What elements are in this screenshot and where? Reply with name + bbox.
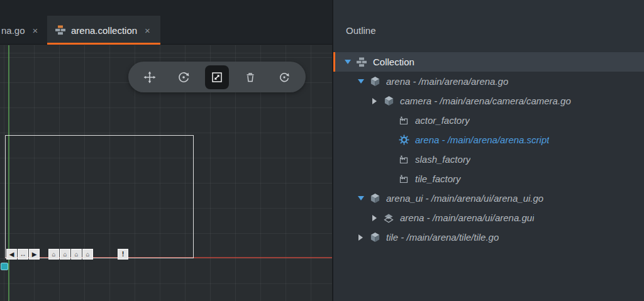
game-object-cube-icon <box>369 232 380 243</box>
nav-horizontal-marker[interactable]: ↔ <box>18 249 28 260</box>
game-object-cube-icon <box>369 76 380 87</box>
game-object-cube-icon <box>383 96 394 107</box>
collection-icon <box>55 25 66 35</box>
outline-item-tile-factory[interactable]: tile_factory <box>333 169 644 189</box>
outline-item-label: tile_factory <box>415 173 461 184</box>
active-tab-indicator <box>47 43 160 45</box>
outline-item-label: Collection <box>373 57 414 67</box>
display-bounds-rect <box>5 135 194 258</box>
chevron-right-icon[interactable] <box>370 214 379 222</box>
outline-item-camera-go[interactable]: camera - /main/arena/camera/camera.go <box>333 91 644 111</box>
nav-left-marker[interactable]: ◀ <box>6 249 17 260</box>
delete-tool-button[interactable] <box>238 65 262 89</box>
trash-icon <box>244 71 257 84</box>
tab-label: na.go <box>1 25 25 36</box>
outline-item-label: camera - /main/arena/camera/camera.go <box>400 96 571 106</box>
close-icon[interactable]: × <box>145 26 150 35</box>
tab-arena-go[interactable]: na.go × <box>0 16 44 45</box>
scale-icon <box>211 71 223 84</box>
outline-tree: Collection arena - /main/arena/arena.go <box>333 52 644 247</box>
editor-tab-bar: na.go × arena.collection × <box>0 0 332 45</box>
gui-layers-icon <box>383 212 394 224</box>
outline-item-actor-factory[interactable]: actor_factory <box>333 111 644 130</box>
outline-item-arena-gui[interactable]: arena - /main/arena/ui/arena.gui <box>333 208 644 227</box>
outline-item-label: actor_factory <box>415 115 470 126</box>
refresh-icon <box>278 71 291 84</box>
factory-icon <box>398 173 409 185</box>
outline-item-label: arena - /main/arena/ui/arena.gui <box>400 212 534 223</box>
outline-item-tile-go[interactable]: tile - /main/arena/tile/tile.go <box>333 227 644 247</box>
factory-marker[interactable]: ⌂ <box>48 249 59 260</box>
factory-marker[interactable]: ⌂ <box>60 249 70 260</box>
defold-editor-window: na.go × arena.collection × <box>0 0 644 301</box>
tab-label: arena.collection <box>71 25 137 36</box>
close-icon[interactable]: × <box>33 26 38 35</box>
outline-item-label: slash_factory <box>415 154 470 165</box>
refresh-tool-button[interactable] <box>272 65 296 89</box>
game-object-cube-icon <box>369 193 380 204</box>
scene-editor-pane: na.go × arena.collection × <box>0 0 332 301</box>
outline-item-slash-factory[interactable]: slash_factory <box>333 150 644 169</box>
outline-item-label: arena_ui - /main/arena/ui/arena_ui.go <box>386 193 543 204</box>
chevron-down-icon[interactable] <box>357 78 365 85</box>
scene-object-markers: ◀ ↔ ▶ ⌂ ⌂ ⌂ ⌂ ! <box>6 249 129 260</box>
nav-right-marker[interactable]: ▶ <box>29 249 40 260</box>
tab-arena-collection[interactable]: arena.collection × <box>47 16 160 45</box>
chevron-down-icon[interactable] <box>343 58 352 66</box>
outline-item-collection[interactable]: Collection <box>333 52 644 72</box>
chevron-right-icon[interactable] <box>357 234 365 241</box>
factory-marker[interactable]: ⌂ <box>71 249 82 260</box>
scene-viewport[interactable]: ◀ ↔ ▶ ⌂ ⌂ ⌂ ⌂ ! <box>0 45 332 301</box>
factory-icon <box>398 154 409 165</box>
outline-item-arena-go[interactable]: arena - /main/arena/arena.go <box>333 72 644 91</box>
scale-tool-button[interactable] <box>205 65 229 89</box>
alert-marker[interactable]: ! <box>118 249 128 260</box>
chevron-right-icon[interactable] <box>370 97 379 105</box>
outline-panel-title: Outline <box>333 0 644 52</box>
factory-icon <box>398 115 409 126</box>
factory-marker[interactable]: ⌂ <box>82 249 93 260</box>
outline-item-label: arena - /main/arena/arena.go <box>386 76 508 87</box>
script-gear-icon <box>398 134 409 146</box>
scene-toolbar <box>128 62 306 92</box>
move-icon <box>143 71 156 84</box>
outline-item-label: arena - /main/arena/arena.script <box>415 134 549 145</box>
outline-item-label: tile - /main/arena/tile/tile.go <box>386 232 499 243</box>
rotate-icon <box>177 71 190 84</box>
collection-icon <box>356 57 367 68</box>
origin-object-icon[interactable] <box>1 263 8 270</box>
chevron-down-icon[interactable] <box>357 195 365 202</box>
move-tool-button[interactable] <box>138 65 162 89</box>
rotate-tool-button[interactable] <box>172 65 196 89</box>
outline-item-arena-ui-go[interactable]: arena_ui - /main/arena/ui/arena_ui.go <box>333 189 644 208</box>
outline-panel: Outline Collection <box>332 0 644 301</box>
outline-item-arena-script[interactable]: arena - /main/arena/arena.script <box>333 130 644 150</box>
